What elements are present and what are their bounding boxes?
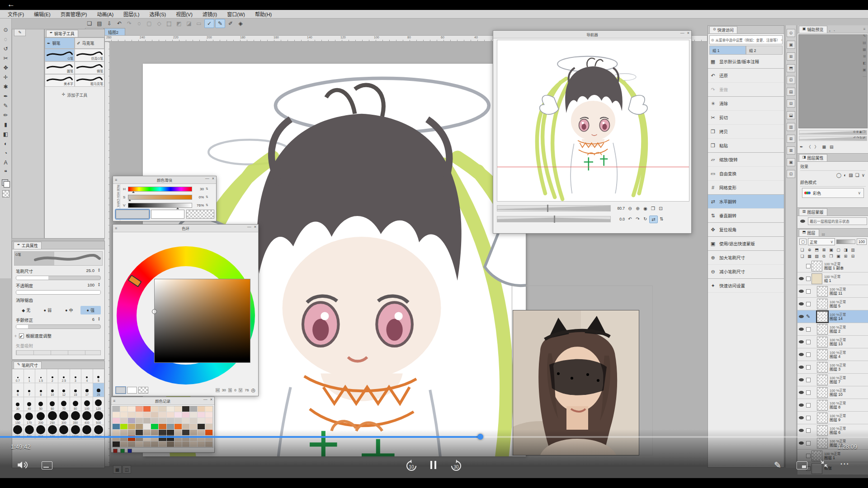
- antialias-option[interactable]: ●弱: [38, 306, 58, 314]
- brush-size-cell[interactable]: 350: [70, 411, 82, 425]
- color-swatch[interactable]: [136, 424, 143, 430]
- antialias-option[interactable]: ●中: [59, 306, 80, 314]
- tool-icon[interactable]: ◧: [1, 129, 10, 139]
- layer-visibility-toggle[interactable]: [797, 429, 805, 432]
- effect-icon[interactable]: ∨: [862, 173, 865, 178]
- tool-icon[interactable]: ✱: [1, 82, 10, 91]
- menu-item[interactable]: 图层(L): [118, 10, 144, 18]
- layer-visibility-toggle[interactable]: [797, 416, 805, 419]
- brush-size-cell[interactable]: 0.7: [12, 369, 24, 383]
- antialias-option[interactable]: ◆无: [16, 306, 37, 314]
- effect-icon[interactable]: ◯: [836, 173, 841, 178]
- color-swatch[interactable]: [175, 418, 182, 424]
- layer-row[interactable]: 100 %正常图层 3: [797, 361, 868, 374]
- color-swatch[interactable]: [182, 430, 190, 436]
- sub-view-rotate-slider[interactable]: ↶↷↻⇄: [799, 136, 867, 141]
- effect-icon[interactable]: ◐: [844, 173, 846, 178]
- tool-icon[interactable]: ✎: [1, 101, 10, 110]
- toolbar-icon[interactable]: ✎: [215, 19, 225, 28]
- toolbar-icon[interactable]: ▤: [95, 19, 104, 28]
- close-icon[interactable]: ×: [254, 225, 256, 229]
- brush-item[interactable]: 圆笔: [45, 61, 75, 74]
- dock-icon[interactable]: ▤: [787, 88, 795, 96]
- tool-icon[interactable]: ❝: [1, 167, 10, 177]
- layer-row[interactable]: 100 %正常图层 13: [797, 336, 868, 348]
- brush-size-tab[interactable]: ✎笔刷尺寸: [14, 361, 42, 369]
- collapsed-palette-icon[interactable]: ◧: [863, 61, 866, 65]
- navigator-zoom-button[interactable]: ◉: [642, 205, 649, 212]
- quick-access-tab[interactable]: ⊙快速访问: [709, 26, 737, 33]
- tool-icon[interactable]: A: [1, 158, 10, 167]
- dock-icon[interactable]: ⊡: [787, 170, 795, 178]
- sub-view-control-icon[interactable]: 〉: [815, 144, 819, 150]
- color-swatch[interactable]: [175, 412, 182, 418]
- navigator-rotate-button[interactable]: ↻: [642, 216, 649, 222]
- progress-bar[interactable]: [0, 436, 868, 438]
- color-swatch[interactable]: [120, 430, 128, 436]
- layers-toolbar-icon[interactable]: ⊟: [850, 254, 856, 259]
- layer-checkbox[interactable]: [805, 277, 811, 281]
- color-swatch[interactable]: [190, 412, 198, 418]
- layer-checkbox[interactable]: [805, 390, 811, 395]
- layer-row[interactable]: 100 %正常图层 4: [797, 348, 868, 361]
- quick-access-item[interactable]: ✥复位视角: [708, 223, 784, 237]
- color-swatch[interactable]: [151, 430, 159, 436]
- menu-item[interactable]: 页面管理(P): [56, 10, 92, 18]
- menu-item[interactable]: 窗口(W): [222, 10, 250, 18]
- toolbar-icon[interactable]: ⬚: [165, 19, 174, 28]
- color-swatch[interactable]: [175, 441, 182, 447]
- layer-row[interactable]: 100 %正常图层 8: [797, 399, 868, 412]
- pause-button[interactable]: [430, 461, 436, 469]
- quick-access-item[interactable]: ⇅垂直翻转: [708, 209, 784, 223]
- navigator-titlebar[interactable]: 导航器—×: [493, 31, 691, 38]
- color-swatch[interactable]: [182, 406, 190, 412]
- tool-icon[interactable]: ◔: [1, 148, 10, 158]
- brush-size-cell[interactable]: 4: [81, 369, 93, 383]
- tool-icon[interactable]: ⊙: [1, 25, 10, 34]
- subtool-category[interactable]: ✐马克笔: [75, 38, 104, 49]
- brush-size-slider[interactable]: [16, 276, 101, 280]
- color-swatch[interactable]: [198, 430, 205, 436]
- layers-toolbar-icon[interactable]: ▢: [835, 248, 841, 252]
- menu-item[interactable]: 文件(F): [3, 10, 29, 18]
- toolbar-icon[interactable]: ◇: [155, 19, 164, 28]
- rotation-slider[interactable]: [497, 216, 611, 222]
- quick-access-group-tab[interactable]: 组 2: [746, 46, 783, 55]
- brush-size-cell[interactable]: 8: [35, 383, 47, 397]
- layer-visibility-toggle[interactable]: [797, 290, 805, 293]
- color-swatch[interactable]: [143, 441, 151, 447]
- color-model-tab[interactable]: HSV: [113, 192, 120, 198]
- transparent-color-icon[interactable]: [2, 190, 9, 197]
- quick-access-item[interactable]: ❐拷贝: [708, 125, 784, 139]
- layer-visibility-toggle[interactable]: [797, 328, 805, 331]
- layers-toolbar-icon[interactable]: ▣: [828, 248, 834, 252]
- layers-toolbar-icon[interactable]: ▧: [814, 254, 820, 259]
- menu-item[interactable]: 动画(A): [92, 10, 118, 18]
- document-tab[interactable]: 插图2: [104, 28, 125, 35]
- navigator-zoom-button[interactable]: ⊡: [657, 205, 665, 212]
- sub-color-swatch[interactable]: [151, 210, 184, 219]
- layer-checkbox[interactable]: [805, 314, 811, 319]
- subtitle-button[interactable]: [42, 461, 52, 469]
- spinner[interactable]: ▲▼: [97, 268, 101, 272]
- color-swatch[interactable]: [113, 418, 120, 424]
- brush-size-cell[interactable]: 70: [58, 397, 70, 411]
- color-swatch[interactable]: [159, 424, 166, 430]
- quick-access-item[interactable]: ⊕加大笔刷尺寸: [708, 251, 784, 265]
- tool-icon[interactable]: ✥: [1, 63, 10, 72]
- color-swatch[interactable]: [143, 412, 151, 418]
- brush-size-cell[interactable]: 400: [81, 411, 93, 425]
- palette-menu-icon[interactable]: ≡: [113, 399, 115, 403]
- brush-item[interactable]: 镝笔: [75, 61, 104, 74]
- layers-toolbar-icon[interactable]: ▥: [850, 248, 856, 252]
- sub-view-zoom-slider[interactable]: ⊖⊕◉❐: [799, 130, 867, 135]
- layers-toolbar-icon[interactable]: ❏: [799, 248, 805, 252]
- color-swatch[interactable]: [159, 418, 166, 424]
- sub-view-tab[interactable]: ▣辅助预览: [799, 26, 827, 33]
- color-swatch[interactable]: [190, 418, 198, 424]
- layer-checkbox[interactable]: [805, 264, 811, 268]
- layers-toolbar-icon[interactable]: ❐: [828, 254, 834, 259]
- brush-size-cell[interactable]: 120: [93, 397, 105, 411]
- brush-size-cell[interactable]: 100: [81, 397, 93, 411]
- layer-checkbox[interactable]: [805, 416, 811, 420]
